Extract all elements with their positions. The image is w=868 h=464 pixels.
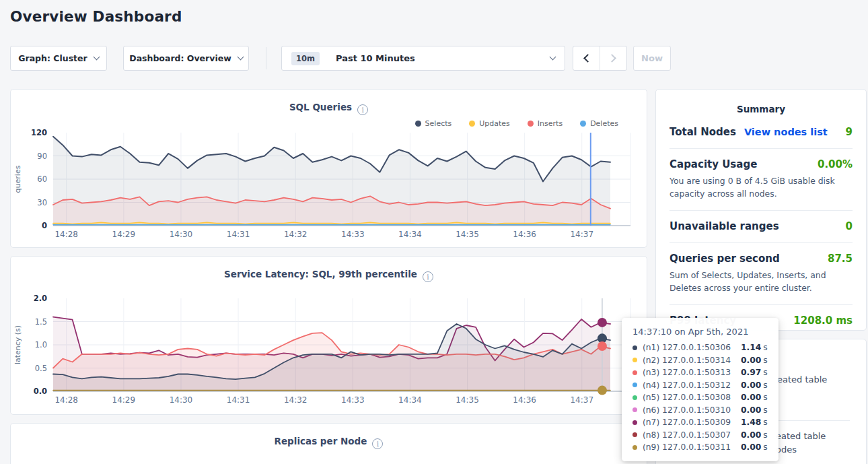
summary-panel: Summary Total Nodes View nodes list 9 Ca…	[655, 89, 867, 331]
time-range-dropdown[interactable]: 10m Past 10 Minutes	[281, 46, 565, 71]
svg-text:90: 90	[37, 152, 47, 161]
svg-text:14:36: 14:36	[513, 395, 536, 405]
time-back-button[interactable]	[573, 46, 600, 70]
legend-item-inserts[interactable]: Inserts	[528, 119, 563, 128]
legend-item-deletes[interactable]: Deletes	[580, 119, 618, 128]
node-color-dot	[632, 383, 637, 387]
summary-value: 1208.0 ms	[793, 314, 853, 327]
summary-value: 0	[846, 220, 853, 232]
summary-row-queries-per-second: Queries per second 87.5 Sum of Selects, …	[670, 243, 853, 305]
node-latency-value: 0.97	[741, 368, 761, 377]
node-latency-value: 0.00	[741, 380, 761, 390]
divider	[266, 47, 266, 69]
dashboard-dropdown[interactable]: Dashboard: Overview	[123, 46, 249, 71]
svg-text:60: 60	[37, 174, 47, 184]
node-latency-value: 1.48	[741, 418, 761, 427]
svg-text:queries: queries	[13, 165, 22, 193]
event-text-fragment: odes	[776, 444, 797, 455]
time-range-badge: 10m	[291, 52, 320, 65]
time-forward-button[interactable]	[600, 46, 626, 70]
tooltip-node-row: (n7) 127.0.0.1:503091.48s	[632, 416, 769, 429]
chart-title: Service Latency: SQL, 99th percentilei	[11, 269, 647, 282]
svg-text:14:33: 14:33	[341, 230, 365, 239]
chevron-down-icon	[237, 54, 244, 61]
legend-item-updates[interactable]: Updates	[469, 119, 510, 128]
svg-text:14:28: 14:28	[55, 395, 78, 405]
tooltip-node-list: (n1) 127.0.0.1:503061.14s(n2) 127.0.0.1:…	[632, 341, 769, 454]
chevron-left-icon	[583, 54, 592, 63]
service-latency-chart[interactable]: 0.00.51.01.52.014:2814:2914:3014:3114:32…	[11, 294, 647, 409]
summary-value: 9	[846, 126, 853, 138]
chevron-down-icon	[550, 54, 556, 61]
now-button[interactable]: Now	[633, 46, 671, 71]
tooltip-node-row: (n6) 127.0.0.1:503100.00s	[632, 404, 769, 417]
info-icon[interactable]: i	[357, 104, 368, 115]
chart-title: Replicas per Nodei	[11, 436, 647, 449]
node-address: (n6) 127.0.0.1:50310	[643, 405, 741, 415]
svg-text:latency (s): latency (s)	[13, 325, 22, 364]
legend-dot	[415, 121, 421, 127]
chart-legend: Selects Updates Inserts Deletes	[415, 119, 618, 128]
tooltip-node-row: (n1) 127.0.0.1:503061.14s	[632, 341, 769, 354]
chevron-right-icon	[608, 54, 616, 63]
svg-text:14:29: 14:29	[112, 230, 136, 239]
tooltip-timestamp: 14:37:10 on Apr 5th, 2021	[632, 327, 769, 337]
node-latency-value: 0.00	[741, 442, 761, 452]
node-latency-value: 1.14	[741, 343, 761, 352]
svg-text:0.5: 0.5	[35, 364, 47, 373]
svg-text:14:35: 14:35	[456, 230, 479, 239]
event-text-fragment: eated table	[776, 431, 826, 441]
node-color-dot	[632, 345, 637, 350]
summary-description: You are using 0 B of 4.5 GiB usable disk…	[670, 175, 853, 200]
tooltip-node-row: (n3) 127.0.0.1:503130.97s	[632, 366, 769, 379]
summary-row-total-nodes: Total Nodes View nodes list 9	[670, 117, 853, 149]
svg-text:14:34: 14:34	[398, 230, 422, 239]
legend-label: Updates	[479, 119, 510, 128]
svg-text:120: 120	[31, 129, 47, 137]
view-nodes-list-link[interactable]: View nodes list	[744, 127, 828, 137]
node-color-dot	[632, 395, 637, 400]
svg-text:30: 30	[37, 198, 47, 207]
node-latency-unit: s	[763, 380, 767, 390]
summary-title: Summary	[670, 104, 853, 114]
node-address: (n7) 127.0.0.1:50309	[643, 418, 741, 427]
summary-row-capacity-usage: Capacity Usage 0.00% You are using 0 B o…	[670, 149, 853, 211]
node-address: (n8) 127.0.0.1:50307	[643, 430, 741, 440]
svg-text:2.0: 2.0	[34, 294, 47, 303]
legend-dot	[580, 121, 586, 127]
node-color-dot	[632, 432, 637, 437]
legend-dot	[528, 121, 534, 127]
node-color-dot	[632, 420, 637, 425]
info-icon[interactable]: i	[372, 438, 383, 449]
summary-label: Unavailable ranges	[670, 220, 779, 232]
node-latency-unit: s	[763, 430, 767, 440]
svg-text:14:35: 14:35	[456, 395, 479, 405]
node-latency-unit: s	[763, 368, 767, 377]
graph-scope-dropdown[interactable]: Graph: Cluster	[10, 46, 107, 71]
tooltip-node-row: (n4) 127.0.0.1:503120.00s	[632, 379, 769, 392]
node-color-dot	[632, 370, 637, 375]
time-range-label: Past 10 Minutes	[336, 53, 415, 63]
tooltip-node-row: (n2) 127.0.0.1:503140.00s	[632, 354, 769, 367]
graph-scope-label: Graph: Cluster	[18, 53, 87, 63]
node-latency-value: 0.00	[741, 393, 761, 402]
time-pager	[573, 46, 627, 71]
node-address: (n3) 127.0.0.1:50313	[643, 368, 741, 377]
chart-title-text: SQL Queries	[289, 102, 352, 112]
info-icon[interactable]: i	[423, 271, 433, 282]
sql-queries-chart[interactable]: 030609012014:2814:2914:3014:3114:3214:33…	[11, 129, 647, 243]
svg-text:14:31: 14:31	[227, 395, 250, 405]
summary-label: Queries per second	[670, 253, 780, 265]
svg-text:14:37: 14:37	[570, 395, 593, 405]
legend-item-selects[interactable]: Selects	[415, 119, 452, 128]
tooltip-node-row: (n8) 127.0.0.1:503070.00s	[632, 429, 769, 442]
node-latency-unit: s	[763, 405, 767, 415]
page-title: Overview Dashboard	[10, 8, 182, 25]
node-latency-unit: s	[763, 356, 767, 365]
svg-text:14:33: 14:33	[341, 395, 365, 405]
svg-text:14:30: 14:30	[170, 395, 193, 405]
svg-text:0.0: 0.0	[34, 387, 47, 396]
legend-label: Deletes	[590, 119, 618, 128]
node-latency-value: 0.00	[741, 356, 761, 365]
chevron-down-icon	[93, 54, 100, 61]
